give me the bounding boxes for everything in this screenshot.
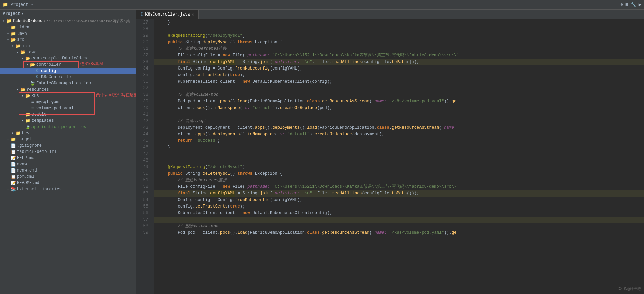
ln-38: 38 xyxy=(136,92,148,98)
app-prop-icon: 🍃 xyxy=(25,124,30,130)
code-line-51: // 新建kubernetes连接 xyxy=(154,177,644,184)
k8sc-label: K8sController xyxy=(41,75,74,80)
tree-test[interactable]: ▾ 📁 test xyxy=(0,130,136,136)
ln-47: 47 xyxy=(136,151,148,157)
gi-icon: 📄 xyxy=(10,143,16,148)
settings-icon[interactable]: ⚙ xyxy=(620,2,623,7)
k8s-label: k8s xyxy=(31,93,39,98)
target-label: target xyxy=(17,137,32,142)
static-arrow: ▾ xyxy=(20,112,25,117)
tree-ext-lib[interactable]: ▾ 📚 External Libraries xyxy=(0,186,136,192)
mvnw-icon: 📄 xyxy=(10,162,16,167)
editor-gutter xyxy=(150,19,154,294)
code-line-55: config.setTrustCerts(true); xyxy=(154,203,644,210)
config-label: config xyxy=(41,68,56,73)
project-panel: Project ▾ ▾ 📁 fabric8-demo C:\Users\1521… xyxy=(0,10,136,294)
ln-36: 36 xyxy=(136,79,148,85)
tab-close-button[interactable]: ✕ xyxy=(192,12,194,17)
config-icon: C xyxy=(35,68,40,74)
code-line-59: Pod pod = client.pods().load(Fabric8Demo… xyxy=(154,230,644,236)
k8sc-icon: C xyxy=(35,74,40,80)
tree-app-properties[interactable]: 🍃 application.properties xyxy=(0,124,136,130)
line-numbers: 27 28 29 30 31 32 33 34 35 36 37 38 39 4… xyxy=(136,19,150,294)
code-line-43: Deployment deployment = client.apps().de… xyxy=(154,125,644,131)
idea-icon: 📁 xyxy=(10,25,16,30)
tree-gitignore[interactable]: 📄 .gitignore xyxy=(0,143,136,149)
code-editor: 27 28 29 30 31 32 33 34 35 36 37 38 39 4… xyxy=(136,19,644,294)
code-line-46: } xyxy=(154,144,644,151)
ln-59: 59 xyxy=(136,230,148,236)
readme-icon: 📝 xyxy=(10,180,16,186)
ln-56: 56 xyxy=(136,210,148,217)
code-line-29: @RequestMapping("/deployMysql") xyxy=(154,33,644,39)
title-project-label: Project xyxy=(11,2,28,7)
code-line-28 xyxy=(154,26,644,33)
tree-java[interactable]: ▾ 📂 java xyxy=(0,49,136,55)
ln-35: 35 xyxy=(136,72,148,79)
tree-volume-yaml[interactable]: ≡ volume-pod.yaml xyxy=(0,105,136,111)
ln-40: 40 xyxy=(136,105,148,111)
tree-templates[interactable]: ▾ 📁 templates xyxy=(0,118,136,124)
iml-icon: 📋 xyxy=(10,149,16,155)
tree-config[interactable]: C config xyxy=(0,68,136,74)
tree-root[interactable]: ▾ 📁 fabric8-demo C:\Users\15211\Download… xyxy=(0,18,136,24)
code-line-36: KubernetesClient client = new DefaultKub… xyxy=(154,79,644,85)
project-header: Project ▾ xyxy=(0,10,136,18)
title-dropdown-icon[interactable]: ▾ xyxy=(31,2,33,7)
tree-mvnw[interactable]: 📄 mvnw xyxy=(0,161,136,167)
tree-controller[interactable]: ▾ 📂 controller xyxy=(0,62,136,68)
tree-mvnwcmd[interactable]: 📄 mvnw.cmd xyxy=(0,167,136,174)
code-line-50: public String deleteMysql() throws Excep… xyxy=(154,171,644,177)
ln-29: 29 xyxy=(136,33,148,39)
code-line-45: return "success"; xyxy=(154,138,644,144)
tree-resources[interactable]: ▾ 📂 resources xyxy=(0,86,136,93)
tree-target[interactable]: ▾ 📁 target xyxy=(0,136,136,143)
build-icon[interactable]: 🔧 xyxy=(631,2,636,7)
title-bar: 📁 Project ▾ ⚙ ⊞ 🔧 ▶ xyxy=(0,0,644,10)
ln-58: 58 xyxy=(136,223,148,230)
package-icon: 📂 xyxy=(25,56,30,61)
main-label: main xyxy=(22,44,32,48)
tree-pom[interactable]: 📋 pom.xml xyxy=(0,174,136,180)
ln-51: 51 xyxy=(136,177,148,184)
app-label: Fabric8DemoApplication xyxy=(36,81,91,86)
tree-k8s[interactable]: ▾ 📂 k8s xyxy=(0,93,136,99)
code-line-27: } xyxy=(154,19,644,26)
tab-bar: C K8sController.java ✕ xyxy=(136,10,644,19)
tree-main[interactable]: ▾ 📂 main xyxy=(0,43,136,49)
tree-k8scontroller[interactable]: C K8sController xyxy=(0,74,136,80)
idea-arrow: ▾ xyxy=(6,25,10,29)
tree-app[interactable]: 🍃 Fabric8DemoApplication xyxy=(0,80,136,86)
ln-33: 33 xyxy=(136,59,148,65)
ln-52: 52 xyxy=(136,184,148,190)
tree-idea[interactable]: ▾ 📁 .idea xyxy=(0,24,136,30)
ln-34: 34 xyxy=(136,65,148,72)
code-content[interactable]: } @RequestMapping("/deployMysql") public… xyxy=(154,19,644,294)
ln-54: 54 xyxy=(136,197,148,203)
layout-icon[interactable]: ⊞ xyxy=(626,2,628,7)
mvn-label: .mvn xyxy=(17,31,27,36)
tree-help[interactable]: 📝 HELP.md xyxy=(0,155,136,161)
iml-label: fabric8-demo.iml xyxy=(17,149,57,154)
mysql-yaml-icon: ≡ xyxy=(30,99,35,105)
tree-mysql-yaml[interactable]: ≡ mysql.yaml xyxy=(0,99,136,105)
tab-k8scontroller[interactable]: C K8sController.java ✕ xyxy=(136,10,199,19)
tree-readme[interactable]: 📝 README.md xyxy=(0,180,136,186)
tree-src[interactable]: ▾ 📂 src xyxy=(0,37,136,43)
project-header-dropdown[interactable]: ▾ xyxy=(21,11,24,16)
tree-static[interactable]: ▾ 📁 static xyxy=(0,111,136,118)
code-line-44: client.apps().deployments().inNamespace(… xyxy=(154,131,644,138)
src-label: src xyxy=(17,37,25,42)
tree-mvn[interactable]: ▾ 📁 .mvn xyxy=(0,30,136,37)
tree-iml[interactable]: 📋 fabric8-demo.iml xyxy=(0,149,136,155)
run-icon[interactable]: ▶ xyxy=(639,2,641,7)
code-line-42: // 新建mysql xyxy=(154,118,644,125)
tree-package[interactable]: ▾ 📂 com.example.fabric8demo xyxy=(0,55,136,62)
main-area: Project ▾ ▾ 📁 fabric8-demo C:\Users\1521… xyxy=(0,10,644,294)
pom-label: pom.xml xyxy=(17,174,34,179)
root-folder-icon: 📁 xyxy=(6,18,12,24)
ln-27: 27 xyxy=(136,19,148,26)
code-line-48 xyxy=(154,157,644,164)
controller-label: controller xyxy=(36,62,61,67)
resources-label: resources xyxy=(27,87,49,92)
